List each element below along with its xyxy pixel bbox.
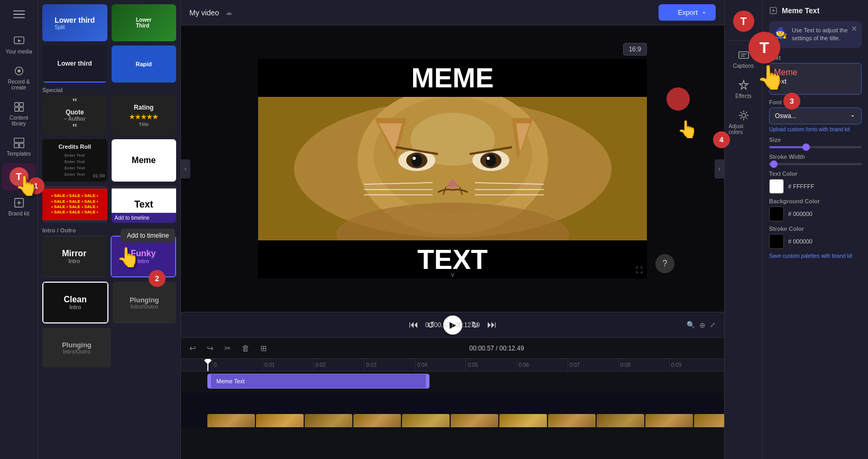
- collapse-right-btn[interactable]: ›: [715, 159, 724, 178]
- delete-btn[interactable]: 🗑: [240, 341, 252, 355]
- svg-rect-13: [19, 143, 23, 148]
- skip-forward-btn[interactable]: ⏭: [487, 319, 497, 330]
- clip-handle-right[interactable]: [426, 374, 429, 388]
- mirror-card[interactable]: Mirror Intro: [42, 236, 106, 277]
- stroke-thumb[interactable]: [770, 160, 778, 168]
- plunging-card[interactable]: Plunging Intro/Outro: [113, 282, 177, 323]
- panel-title-text: Meme Text: [782, 6, 819, 15]
- rating-card[interactable]: Rating ★★★★★ Title: [112, 95, 177, 135]
- svg-rect-12: [14, 143, 18, 148]
- svg-rect-11: [14, 138, 23, 142]
- aspect-ratio-badge[interactable]: 16:9: [623, 43, 647, 56]
- sidebar-item-your-media[interactable]: Your media: [2, 31, 36, 59]
- ruler-mark-7: 0:07: [568, 359, 618, 372]
- meme-top-text: Meme: [258, 59, 647, 97]
- undo-btn[interactable]: ↩: [187, 341, 198, 355]
- credits-roll-card[interactable]: Credits Roll Enter TextEnter TextEnter T…: [42, 139, 107, 182]
- hamburger-menu[interactable]: [2, 4, 36, 24]
- panel-title: Meme Text: [769, 6, 862, 15]
- funky-card[interactable]: Funky Intro: [111, 236, 177, 277]
- clean-card[interactable]: Clean Intro: [42, 282, 108, 323]
- sidebar-item-record[interactable]: Record & create: [2, 61, 36, 95]
- ruler-marks: 0 0:01 0:02 0:03 0:04 0:05 0:06 0:07 0:0…: [185, 359, 720, 372]
- zoom-controls: 🔍 ⊕ ⤢: [687, 321, 716, 329]
- text-color-row: # FFFFFF: [769, 179, 862, 194]
- current-time: 00:00.57: [425, 321, 450, 329]
- meme-preview: Meme: [112, 139, 177, 182]
- svg-point-47: [742, 113, 745, 117]
- stroke-label: Stroke Width: [769, 154, 862, 160]
- cut-btn[interactable]: ✂: [222, 341, 233, 355]
- plunging2-card[interactable]: Plunging Intro/Outro: [42, 328, 111, 367]
- meme-text-card[interactable]: Text Add to timeline: [112, 186, 177, 223]
- tooltip-text-content: Use Text to adjust the settings of the t…: [792, 26, 856, 43]
- template-row-special: " Quote – Author " Rating ★★★★★ Title: [42, 95, 176, 135]
- meme-text-clip[interactable]: Meme Text: [207, 374, 430, 389]
- text-input-area[interactable]: Meme Text: [769, 63, 862, 95]
- save-with-brand: with brand kit: [821, 253, 852, 259]
- lower-third-green-card[interactable]: Lower Third: [112, 4, 177, 41]
- record-label: Record & create: [4, 79, 34, 91]
- close-tooltip-btn[interactable]: ✕: [851, 24, 857, 33]
- templates-panel: Lower third Split Lower Third Lower thir…: [38, 0, 181, 459]
- sidebar-item-content[interactable]: Content library: [2, 97, 36, 131]
- stroke-color-swatch[interactable]: [769, 234, 784, 249]
- left-sidebar: Your media Record & create Content libra…: [0, 0, 38, 459]
- upload-fonts-link[interactable]: Upload custom fonts with brand kit: [769, 127, 862, 132]
- zoom-in-btn[interactable]: ⊕: [699, 321, 706, 329]
- template-row-2: Lower third Rapid: [42, 46, 176, 83]
- sidebar-item-templates[interactable]: Templates: [2, 133, 36, 161]
- svg-rect-10: [19, 107, 23, 111]
- lower-third-blue-card[interactable]: Lower third Split: [42, 4, 107, 41]
- size-slider[interactable]: [769, 146, 862, 148]
- text-tool-icon: T: [733, 11, 754, 32]
- time-display: 00:00.57 / 00:12.49: [425, 321, 480, 329]
- export-button[interactable]: Export: [659, 4, 716, 21]
- size-thumb[interactable]: [802, 143, 810, 151]
- zoom-out-btn[interactable]: 🔍: [687, 321, 695, 329]
- ruler-mark-0: 0: [212, 359, 262, 372]
- right-icon-adjust-colors[interactable]: Adjust colors: [727, 105, 761, 139]
- duplicate-btn[interactable]: ⊞: [258, 341, 269, 355]
- fullscreen-btn[interactable]: ⛶: [636, 266, 643, 274]
- video-preview: Meme: [258, 59, 647, 278]
- stroke-slider[interactable]: [769, 163, 862, 165]
- meme-card[interactable]: Meme: [112, 139, 177, 182]
- collapse-left-btn[interactable]: ‹: [181, 159, 190, 178]
- right-icon-captions[interactable]: Captions: [727, 45, 761, 73]
- save-palettes-link[interactable]: Save custom palettes with brand kit: [769, 253, 862, 259]
- text-color-label: Text Color: [769, 170, 862, 177]
- fit-view-btn[interactable]: ⤢: [710, 321, 716, 329]
- redo-btn[interactable]: ↪: [205, 341, 216, 355]
- quote-card[interactable]: " Quote – Author ": [42, 95, 107, 135]
- collapse-timeline-btn[interactable]: ∨: [450, 271, 455, 278]
- sale-card[interactable]: • SALE • SALE • SALE •• SALE • SALE • SA…: [42, 186, 107, 223]
- mirror-preview: Mirror Intro: [42, 237, 106, 276]
- svg-point-29: [486, 154, 496, 167]
- timeline-area: ↩ ↪ ✂ 🗑 ⊞ 00:00.57 / 00:12.49 0 0:01: [181, 337, 724, 459]
- upload-fonts-text: Upload custom fonts: [769, 127, 817, 132]
- right-icon-text[interactable]: T: [727, 6, 761, 36]
- plunging2-preview: Plunging Intro/Outro: [42, 328, 111, 367]
- font-dropdown[interactable]: Oswa...: [769, 107, 862, 124]
- text-icon-circle: T: [10, 167, 29, 186]
- bg-color-swatch[interactable]: [769, 206, 784, 221]
- sidebar-item-brand[interactable]: Brand kit: [2, 193, 36, 221]
- lower-third-minimal-card[interactable]: Lower third: [42, 46, 107, 83]
- total-time: 00:12.49: [455, 321, 480, 329]
- help-button[interactable]: ?: [655, 254, 674, 273]
- ruler-mark-2: 0:02: [313, 359, 364, 372]
- clip-handle-left[interactable]: [208, 374, 211, 388]
- rapid-card[interactable]: Rapid: [112, 46, 177, 83]
- bg-color-row: # 000000: [769, 206, 862, 221]
- stroke-color-label: Stroke Color: [769, 226, 862, 232]
- skip-back-btn[interactable]: ⏮: [409, 319, 418, 330]
- text-color-swatch[interactable]: [769, 179, 784, 194]
- add-timeline-btn[interactable]: Add to timeline: [115, 215, 150, 221]
- sidebar-item-text[interactable]: T: [2, 163, 36, 191]
- brand-label: Brand kit: [8, 211, 29, 217]
- brand-kit-text: with brand kit: [819, 127, 850, 132]
- playback-bar: ⏮ ↺ ▶ ↻ ⏭ 00:00.57 / 00:12.49 🔍 ⊕ ⤢: [181, 312, 724, 337]
- right-icon-effects[interactable]: Effects: [727, 75, 761, 103]
- timeline-time: 00:00.57 / 00:12.49: [276, 345, 718, 352]
